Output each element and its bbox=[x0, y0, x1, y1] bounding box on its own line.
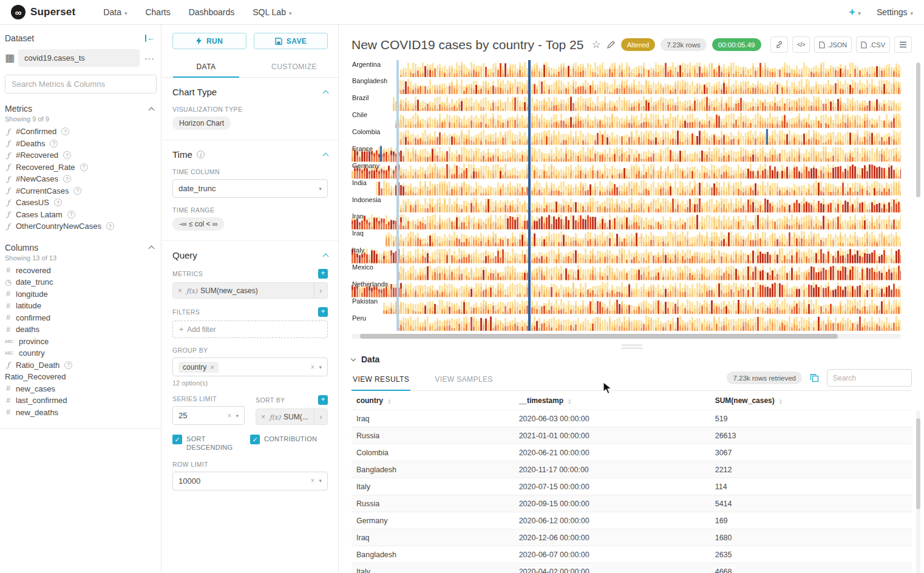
help-icon[interactable]: ? bbox=[50, 140, 58, 147]
nav-item-sql-lab[interactable]: SQL Lab▾ bbox=[253, 7, 291, 17]
collapse-panel-icon[interactable]: ← bbox=[145, 35, 155, 42]
metric-item-recovered[interactable]: ƒ#Recovered? bbox=[0, 149, 161, 161]
column-item-last-confirmed[interactable]: #last_confirmed bbox=[0, 395, 161, 407]
tab-customize[interactable]: CUSTOMIZE bbox=[250, 57, 338, 77]
column-item-recovered[interactable]: #recovered bbox=[0, 265, 161, 277]
query-section-header[interactable]: Query bbox=[172, 250, 328, 260]
scrollbar-thumb[interactable] bbox=[360, 334, 838, 339]
metric-pill[interactable]: × ƒ(x) SUM(new_cases) › bbox=[172, 282, 328, 299]
data-panel-header[interactable]: Data bbox=[352, 350, 912, 365]
metric-item-newcases[interactable]: ƒ#NewCases? bbox=[0, 173, 161, 185]
nav-item-charts[interactable]: Charts bbox=[145, 7, 170, 17]
sort-icon[interactable]: ▲▼ bbox=[779, 398, 783, 404]
add-metric-button[interactable]: + bbox=[318, 269, 328, 279]
panel-resize-handle[interactable] bbox=[622, 345, 642, 348]
time-section-header[interactable]: Time i bbox=[172, 149, 328, 160]
help-icon[interactable]: ? bbox=[54, 198, 62, 206]
chevron-right-icon[interactable]: › bbox=[314, 409, 327, 424]
sort-by-pill[interactable]: × ƒ(x) SUM(... › bbox=[256, 409, 328, 425]
superset-logo[interactable]: ∞ Superset bbox=[11, 5, 75, 19]
scrollbar-thumb[interactable] bbox=[916, 63, 920, 197]
new-item-button[interactable]: +▾ bbox=[849, 6, 860, 18]
export-json-button[interactable]: .JSON bbox=[814, 36, 852, 53]
metric-item-deaths[interactable]: ƒ#Deaths? bbox=[0, 138, 161, 150]
column-header-timestamp[interactable]: __timestamp▲▼ bbox=[514, 391, 710, 410]
groupby-select[interactable]: country × × ▾ bbox=[172, 358, 328, 376]
clear-icon[interactable]: × bbox=[227, 412, 231, 420]
clear-icon[interactable]: × bbox=[310, 363, 314, 371]
settings-menu[interactable]: Settings▾ bbox=[877, 7, 913, 17]
column-header-country[interactable]: country▲▼ bbox=[352, 391, 514, 410]
remove-metric-icon[interactable]: × bbox=[178, 286, 182, 295]
column-header-sum-new-cases[interactable]: SUM(new_cases)▲▼ bbox=[710, 391, 912, 410]
row-limit-select[interactable]: 10000 × ▾ bbox=[172, 472, 328, 490]
column-item-province[interactable]: ABCprovince bbox=[0, 336, 161, 348]
favorite-star-icon[interactable]: ☆ bbox=[591, 38, 600, 51]
horizon-chart-canvas[interactable] bbox=[352, 60, 901, 331]
chart-title[interactable]: New COVID19 cases by country - Top 25 bbox=[352, 38, 583, 52]
column-item-date-trunc[interactable]: ◷date_trunc bbox=[0, 276, 161, 288]
sort-descending-checkbox[interactable]: ✓ SORT DESCENDING bbox=[172, 435, 250, 452]
chevron-right-icon[interactable]: › bbox=[314, 283, 327, 298]
dataset-name[interactable]: covid19.cases_ts bbox=[18, 49, 140, 67]
scrollbar-thumb[interactable] bbox=[916, 418, 920, 509]
help-icon[interactable]: ? bbox=[73, 187, 81, 195]
sort-icon[interactable]: ▲▼ bbox=[387, 398, 391, 404]
results-search-input[interactable] bbox=[827, 369, 912, 387]
series-limit-select[interactable]: 25 × ▾ bbox=[172, 406, 245, 425]
add-filter-plus-button[interactable]: + bbox=[318, 307, 328, 317]
time-range-value[interactable]: -∞ ≤ col < ∞ bbox=[172, 217, 224, 231]
add-filter-button[interactable]: + Add filter bbox=[172, 320, 328, 338]
embed-code-button[interactable]: </> bbox=[792, 36, 810, 53]
help-icon[interactable]: ? bbox=[61, 127, 69, 135]
help-icon[interactable]: ? bbox=[63, 175, 71, 183]
column-item-new-deaths[interactable]: #new_deaths bbox=[0, 407, 161, 419]
remove-sort-icon[interactable]: × bbox=[261, 413, 265, 421]
column-item-new-cases[interactable]: #new_cases bbox=[0, 383, 161, 395]
remove-tag-icon[interactable]: × bbox=[210, 364, 214, 371]
sort-icon[interactable]: ▲▼ bbox=[568, 398, 571, 404]
metric-item-currentcases[interactable]: ƒ#CurrentCases? bbox=[0, 185, 161, 197]
search-metrics-columns-input[interactable] bbox=[5, 75, 157, 93]
add-sort-by-button[interactable]: + bbox=[318, 395, 328, 405]
save-button[interactable]: SAVE bbox=[254, 33, 328, 49]
tab-view-samples[interactable]: VIEW SAMPLES bbox=[433, 369, 494, 390]
column-item-deaths[interactable]: #deaths bbox=[0, 324, 161, 336]
edit-properties-icon[interactable] bbox=[606, 40, 616, 49]
help-icon[interactable]: ? bbox=[63, 151, 71, 159]
tab-data[interactable]: DATA bbox=[162, 57, 250, 77]
clear-icon[interactable]: × bbox=[310, 476, 314, 485]
metric-item-confirmed[interactable]: ƒ#Confirmed? bbox=[0, 126, 161, 138]
chart-menu-button[interactable] bbox=[894, 36, 912, 53]
tab-view-results[interactable]: VIEW RESULTS bbox=[352, 369, 410, 390]
dataset-options-icon[interactable]: ··· bbox=[143, 53, 156, 63]
nav-item-dashboards[interactable]: Dashboards bbox=[189, 7, 235, 17]
export-csv-button[interactable]: .CSV bbox=[856, 36, 890, 53]
contribution-checkbox[interactable]: ✓ CONTRIBUTION bbox=[250, 435, 328, 452]
metric-item-casesus[interactable]: ƒCasesUS? bbox=[0, 197, 161, 209]
viz-type-value[interactable]: Horizon Chart bbox=[172, 117, 231, 130]
column-item-country[interactable]: ABCcountry bbox=[0, 347, 161, 359]
run-button[interactable]: RUN bbox=[172, 33, 246, 49]
copy-link-button[interactable] bbox=[770, 36, 788, 53]
time-column-select[interactable]: date_trunc ▾ bbox=[172, 179, 328, 198]
help-icon[interactable]: ? bbox=[64, 361, 72, 369]
metrics-section-header[interactable]: Metrics bbox=[0, 96, 161, 114]
column-item-latitude[interactable]: #latitude bbox=[0, 300, 161, 312]
column-item-ratio-recovered[interactable]: Ratio_Recovered bbox=[0, 371, 161, 383]
horizon-chart[interactable]: ArgentinaBangladeshBrazilChileColombiaFr… bbox=[352, 60, 901, 331]
column-item-longitude[interactable]: #longitude bbox=[0, 288, 161, 300]
help-icon[interactable]: ? bbox=[67, 211, 75, 219]
metric-item-othercountrynewcases[interactable]: ƒOtherCountryNewCases? bbox=[0, 220, 161, 232]
columns-section-header[interactable]: Columns bbox=[0, 235, 161, 253]
metric-item-recovered-rate[interactable]: ƒRecovered_Rate? bbox=[0, 161, 161, 174]
help-icon[interactable]: ? bbox=[80, 163, 88, 171]
column-item-ratio-death[interactable]: ƒRatio_Death? bbox=[0, 359, 161, 371]
nav-item-data[interactable]: Data▾ bbox=[103, 7, 127, 17]
altered-badge[interactable]: Altered bbox=[621, 38, 655, 51]
metric-item-cases-latam[interactable]: ƒCases Latam? bbox=[0, 209, 161, 221]
column-item-confirmed[interactable]: #confirmed bbox=[0, 312, 161, 324]
help-icon[interactable]: ? bbox=[106, 222, 114, 230]
chart-type-section-header[interactable]: Chart Type bbox=[172, 87, 328, 97]
copy-results-button[interactable] bbox=[810, 373, 819, 382]
